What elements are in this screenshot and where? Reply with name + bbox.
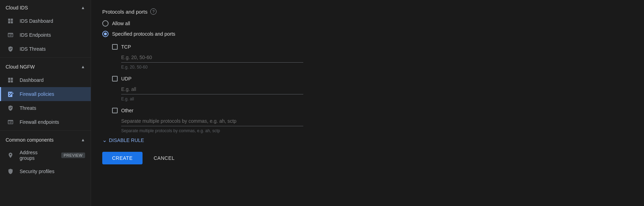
tcp-checkbox[interactable]: [112, 44, 118, 50]
cloud-ids-label: Cloud IDS: [6, 5, 28, 10]
radio-allow-all-label: Allow all: [112, 21, 130, 26]
udp-label: UDP: [121, 76, 132, 81]
dashboard-icon: [7, 17, 14, 24]
cloud-ngfw-section-header[interactable]: Cloud NGFW ▲: [0, 59, 91, 73]
radio-specified-circle: [102, 31, 109, 37]
radio-specified-protocols[interactable]: Specified protocols and ports: [102, 31, 633, 37]
udp-checkbox-row[interactable]: UDP: [112, 76, 633, 81]
sidebar-item-address-groups[interactable]: Address groups PREVIEW: [0, 146, 91, 164]
udp-ports-container: E.g. all: [121, 84, 633, 102]
address-icon: [7, 152, 14, 159]
security-icon: [7, 168, 14, 175]
other-protocols-input[interactable]: [121, 116, 303, 126]
create-button[interactable]: CREATE: [102, 152, 143, 164]
cloud-ngfw-label: Cloud NGFW: [6, 64, 35, 70]
sidebar-item-ids-threats[interactable]: IDS Threats: [0, 42, 91, 56]
divider-2: [0, 130, 91, 131]
tcp-checkbox-row[interactable]: TCP: [112, 44, 633, 50]
other-checkbox-row[interactable]: Other: [112, 108, 633, 113]
sidebar-label-ids-endpoints: IDS Endpoints: [20, 32, 51, 38]
sidebar-label-threats: Threats: [20, 105, 36, 111]
action-buttons: CREATE CANCEL: [102, 152, 633, 164]
tcp-ports-placeholder: E.g. 20, 50-60: [121, 64, 633, 70]
disable-rule-label: DISABLE RULE: [109, 137, 144, 143]
tcp-ports-container: E.g. 20, 50-60: [121, 52, 633, 70]
sidebar-item-ids-endpoints[interactable]: IDS Endpoints: [0, 28, 91, 42]
threats-ngfw-icon: [7, 105, 14, 112]
dashboard-ngfw-icon: [7, 77, 14, 84]
sidebar-item-security-profiles[interactable]: Security profiles: [0, 164, 91, 178]
firewall-endpoints-icon: [7, 119, 14, 126]
cancel-button[interactable]: CANCEL: [147, 152, 182, 164]
protocols-container: TCP E.g. 20, 50-60 UDP E.g. all Other: [112, 44, 633, 134]
firewall-icon: [7, 91, 14, 98]
udp-checkbox[interactable]: [112, 76, 118, 81]
other-protocols-placeholder: Separate multiple protocols by commas, e…: [121, 128, 633, 134]
radio-allow-all[interactable]: Allow all: [102, 20, 633, 27]
disable-rule[interactable]: ⌄ DISABLE RULE: [102, 137, 633, 143]
radio-specified-label: Specified protocols and ports: [112, 31, 175, 37]
sidebar-label-ids-dashboard: IDS Dashboard: [20, 18, 53, 24]
sidebar-label-firewall-policies: Firewall policies: [20, 91, 54, 97]
endpoints-icon: [7, 31, 14, 38]
common-components-chevron-icon: ▲: [81, 137, 85, 142]
preview-badge: PREVIEW: [61, 152, 85, 158]
sidebar: Cloud IDS ▲ IDS Dashboard IDS Endpoints …: [0, 0, 91, 206]
divider-1: [0, 57, 91, 58]
radio-group-protocols: Allow all Specified protocols and ports: [102, 20, 633, 37]
sidebar-label-ids-threats: IDS Threats: [20, 46, 46, 52]
sidebar-label-dashboard: Dashboard: [20, 77, 44, 83]
common-components-label: Common components: [6, 137, 54, 143]
tcp-ports-input[interactable]: [121, 52, 303, 63]
main-content: Protocols and ports ? Allow all Specifie…: [91, 0, 644, 206]
protocol-other: Other Separate multiple protocols by com…: [112, 108, 633, 134]
sidebar-item-ids-dashboard[interactable]: IDS Dashboard: [0, 14, 91, 28]
tcp-label: TCP: [121, 44, 131, 50]
udp-ports-placeholder: E.g. all: [121, 96, 633, 102]
sidebar-item-firewall-policies[interactable]: Firewall policies: [0, 87, 91, 101]
cloud-ids-chevron-icon: ▲: [81, 5, 85, 10]
sidebar-item-dashboard[interactable]: Dashboard: [0, 73, 91, 87]
sidebar-item-firewall-endpoints[interactable]: Firewall endpoints: [0, 115, 91, 129]
common-components-section-header[interactable]: Common components ▲: [0, 132, 91, 146]
threats-icon: [7, 45, 14, 52]
sidebar-label-security-profiles: Security profiles: [20, 169, 55, 174]
help-icon[interactable]: ?: [150, 8, 157, 15]
protocol-udp: UDP E.g. all: [112, 76, 633, 102]
other-protocols-container: Separate multiple protocols by commas, e…: [121, 116, 633, 134]
radio-allow-all-circle: [102, 20, 109, 27]
protocol-tcp: TCP E.g. 20, 50-60: [112, 44, 633, 70]
cloud-ngfw-chevron-icon: ▲: [81, 64, 85, 69]
udp-ports-input[interactable]: [121, 84, 303, 94]
protocols-ports-label: Protocols and ports: [102, 9, 147, 15]
section-title: Protocols and ports ?: [102, 8, 633, 15]
sidebar-item-threats[interactable]: Threats: [0, 101, 91, 115]
sidebar-label-firewall-endpoints: Firewall endpoints: [20, 119, 59, 125]
other-checkbox[interactable]: [112, 108, 118, 113]
sidebar-label-address-groups: Address groups: [20, 150, 54, 161]
other-label: Other: [121, 108, 133, 113]
chevron-down-icon: ⌄: [102, 137, 107, 143]
cloud-ids-section-header[interactable]: Cloud IDS ▲: [0, 0, 91, 14]
